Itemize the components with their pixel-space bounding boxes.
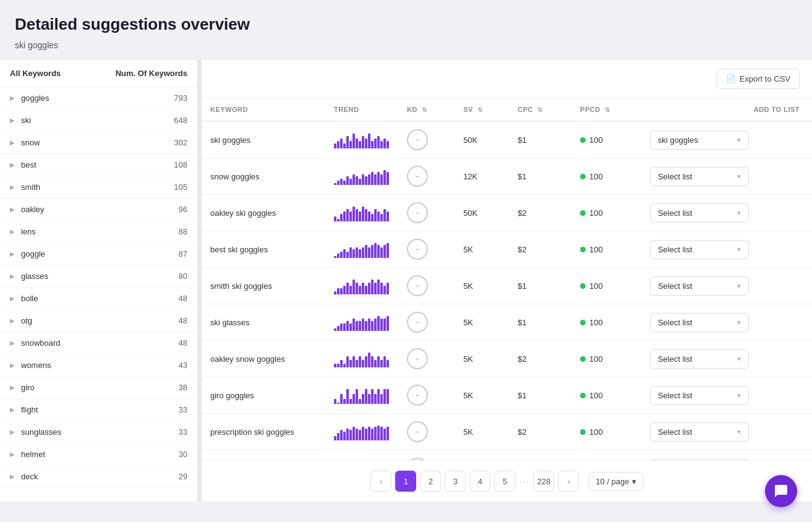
kd-sort-icon[interactable]: ⇅	[422, 106, 427, 113]
page-5-button[interactable]: 5	[494, 471, 515, 492]
trend-cell	[325, 121, 398, 158]
sidebar-item[interactable]: ▶ bolle 48	[0, 288, 197, 310]
per-page-select[interactable]: 10 / page ▾	[589, 472, 643, 491]
sv-sort-icon[interactable]: ⇅	[477, 106, 483, 113]
trend-bar	[374, 319, 377, 331]
ppcd-sort-icon[interactable]: ⇅	[605, 106, 610, 113]
select-list-button[interactable]: Select list ▾	[650, 422, 749, 442]
chevron-right-icon: ▶	[10, 317, 15, 324]
table-body: ski goggles − 50K $1 100 ski goggles ▾ s…	[202, 121, 812, 460]
trend-bar	[380, 247, 383, 258]
sidebar-item-count: 48	[179, 338, 187, 348]
chevron-right-icon: ▶	[10, 139, 15, 146]
ppcd-value: 100	[589, 245, 603, 254]
trend-bar	[349, 360, 352, 367]
keyword-cell: snow goggles	[202, 158, 325, 195]
sidebar-item[interactable]: ▶ goggle 87	[0, 243, 197, 265]
sidebar-item[interactable]: ▶ lens 88	[0, 221, 197, 243]
ppcd-container: 100	[580, 208, 633, 218]
add-to-list-cell: Select list ▾	[641, 195, 812, 231]
select-list-button[interactable]: Select list ▾	[650, 349, 749, 369]
kd-button[interactable]: −	[407, 239, 428, 260]
sidebar-item[interactable]: ▶ ski 648	[0, 109, 197, 132]
chevron-down-icon: ▾	[737, 173, 741, 181]
kd-button[interactable]: −	[407, 275, 428, 296]
select-list-button[interactable]: Select list ▾	[650, 167, 749, 186]
sidebar-item-count: 33	[179, 405, 187, 414]
ppcd-dot	[580, 429, 586, 435]
prev-page-button[interactable]: ‹	[370, 471, 391, 492]
select-list-button[interactable]: Select list ▾	[650, 240, 749, 259]
col-keyword: Keyword	[202, 98, 325, 121]
ppcd-value: 100	[589, 135, 603, 145]
kd-button[interactable]: −	[407, 202, 428, 223]
cpc-sort-icon[interactable]: ⇅	[537, 106, 543, 113]
trend-chart	[334, 387, 390, 404]
trend-cell	[325, 377, 398, 414]
add-to-list-cell: Select list ▾	[641, 304, 812, 341]
sidebar-item[interactable]: ▶ glasses 80	[0, 265, 197, 288]
page-2-button[interactable]: 2	[420, 471, 441, 492]
sv-value: 5K	[463, 391, 473, 400]
sv-value: 12K	[463, 172, 477, 181]
kd-button[interactable]: −	[407, 385, 428, 406]
trend-bar	[377, 136, 380, 148]
sv-cell: 5K	[455, 450, 509, 461]
page-1-button[interactable]: 1	[395, 471, 416, 492]
select-list-button[interactable]: Select list ▾	[650, 386, 749, 405]
sidebar-item-label: helmet	[21, 450, 179, 459]
sv-value: 5K	[463, 354, 473, 364]
kd-button[interactable]: −	[407, 129, 428, 150]
sidebar-item[interactable]: ▶ helmet 30	[0, 443, 197, 466]
kd-button[interactable]: −	[407, 421, 428, 442]
sidebar-item[interactable]: ▶ otg 48	[0, 310, 197, 332]
page-4-button[interactable]: 4	[469, 471, 490, 492]
ppcd-cell: 100	[571, 377, 641, 414]
table-row: ski glasses − 5K $1 100 Select list ▾	[202, 304, 812, 341]
sidebar-item[interactable]: ▶ deck 29	[0, 466, 197, 488]
sidebar-item[interactable]: ▶ snowboard 48	[0, 332, 197, 354]
trend-bar	[349, 286, 352, 294]
chat-button[interactable]	[765, 475, 797, 502]
trend-bar	[368, 174, 370, 185]
add-to-list-cell: Select list ▾	[641, 231, 812, 268]
keyword-cell: smith ski goggles	[202, 268, 325, 304]
ppcd-value: 100	[589, 318, 603, 327]
sidebar-item[interactable]: ▶ flight 33	[0, 399, 197, 421]
export-csv-button[interactable]: 📄 Export to CSV	[717, 69, 800, 89]
kd-button[interactable]: −	[407, 348, 428, 369]
trend-bar	[349, 179, 352, 185]
sidebar-items-container: ▶ goggles 793 ▶ ski 648 ▶ snow 302 ▶ bes…	[0, 87, 197, 488]
select-list-label: Select list	[658, 318, 693, 327]
page-3-button[interactable]: 3	[445, 471, 466, 492]
keyword-cell: ski goggles	[202, 121, 325, 158]
select-list-button[interactable]: Select list ▾	[650, 313, 749, 332]
trend-bar	[383, 209, 386, 221]
sidebar-item[interactable]: ▶ giro 38	[0, 377, 197, 399]
sidebar-item[interactable]: ▶ sunglasses 33	[0, 421, 197, 443]
next-page-button[interactable]: ›	[558, 471, 579, 492]
ppcd-dot	[580, 320, 586, 325]
ppcd-value: 100	[589, 391, 603, 400]
sidebar-item[interactable]: ▶ oakley 96	[0, 199, 197, 221]
sidebar-item[interactable]: ▶ snow 302	[0, 132, 197, 154]
trend-bar	[343, 143, 346, 148]
select-list-button[interactable]: Select list ▾	[650, 203, 749, 223]
trend-bar	[349, 141, 352, 148]
sidebar-item[interactable]: ▶ smith 105	[0, 176, 197, 199]
sidebar-item-count: 108	[174, 160, 187, 169]
select-list-button[interactable]: ski goggles ▾	[650, 130, 749, 150]
sidebar-item[interactable]: ▶ goggles 793	[0, 87, 197, 109]
trend-bar	[374, 360, 377, 367]
sidebar-item[interactable]: ▶ best 108	[0, 154, 197, 176]
sv-cell: 5K	[455, 231, 509, 268]
trend-bar	[346, 176, 349, 185]
page-last-button[interactable]: 228	[533, 471, 554, 492]
select-list-button[interactable]: Select list ▾	[650, 276, 749, 296]
trend-bar	[371, 429, 374, 440]
trend-bar	[353, 207, 355, 221]
kd-button[interactable]: −	[407, 166, 428, 187]
kd-button[interactable]: −	[407, 312, 428, 333]
trend-bar	[383, 389, 386, 404]
sidebar-item[interactable]: ▶ womens 43	[0, 354, 197, 377]
